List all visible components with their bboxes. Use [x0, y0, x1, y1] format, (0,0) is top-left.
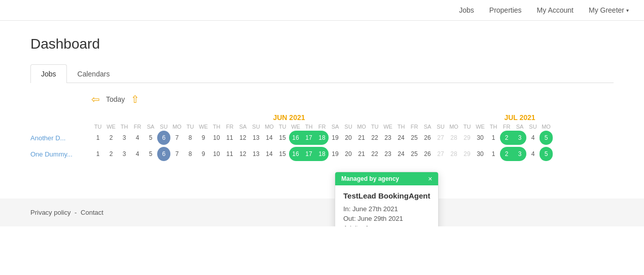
day-cell[interactable]: 6	[157, 147, 170, 161]
property-label[interactable]: One Dummy...	[30, 150, 91, 158]
day-cell[interactable]: 30	[474, 131, 487, 145]
day-cell[interactable]: 18	[315, 147, 329, 161]
day-cell[interactable]: 4	[526, 131, 540, 145]
day-cell[interactable]: 27	[434, 147, 447, 161]
day-cell[interactable]: 19	[329, 131, 342, 145]
popup-title: TestLead BookingAgent	[343, 191, 430, 200]
day-cell[interactable]: 5	[540, 131, 553, 145]
dow-header: SU	[526, 123, 540, 131]
day-cell[interactable]: 27	[434, 131, 447, 145]
day-cell[interactable]: 26	[421, 147, 434, 161]
day-cell[interactable]: 28	[447, 131, 460, 145]
tab-jobs[interactable]: Jobs	[30, 64, 67, 83]
day-cell[interactable]: 25	[408, 131, 421, 145]
day-cell[interactable]: 2	[104, 131, 118, 145]
dow-header: SA	[329, 123, 342, 131]
month-title-jul: JUL 2021	[487, 113, 553, 122]
day-cell[interactable]: 5	[144, 147, 157, 161]
day-cell[interactable]: 17	[302, 147, 315, 161]
dow-header: MO	[263, 123, 276, 131]
day-cell[interactable]: 15	[276, 131, 289, 145]
day-cell[interactable]: 16	[289, 147, 302, 161]
day-cell[interactable]: 11	[223, 147, 236, 161]
day-cell[interactable]: 19	[329, 147, 342, 161]
day-cell[interactable]: 4	[131, 147, 144, 161]
day-cell[interactable]: 2	[104, 147, 118, 161]
nav-my-greeter[interactable]: My Greeter ▾	[589, 6, 629, 14]
dow-header: TU	[368, 123, 381, 131]
day-cell[interactable]: 12	[236, 131, 249, 145]
day-cell[interactable]: 9	[197, 147, 210, 161]
day-cell[interactable]: 3	[118, 131, 131, 145]
popup-overlay: Managed by agency × TestLead BookingAgen…	[335, 172, 439, 226]
day-cell[interactable]: 7	[170, 147, 184, 161]
day-cell[interactable]: 26	[421, 131, 434, 145]
dow-header: TH	[395, 123, 408, 131]
day-cell[interactable]: 14	[263, 147, 276, 161]
day-cell[interactable]: 20	[342, 147, 355, 161]
day-cell[interactable]: 3	[513, 147, 526, 161]
footer-contact[interactable]: Contact	[81, 209, 103, 216]
day-cell[interactable]: 3	[118, 147, 131, 161]
day-cell[interactable]: 29	[460, 147, 474, 161]
day-cell[interactable]: 22	[368, 147, 381, 161]
day-cell[interactable]: 23	[381, 147, 395, 161]
day-cell[interactable]: 11	[223, 131, 236, 145]
day-cell[interactable]: 9	[197, 131, 210, 145]
day-cell[interactable]: 8	[184, 131, 197, 145]
day-cell[interactable]: 17	[302, 131, 315, 145]
day-cell[interactable]: 13	[249, 147, 263, 161]
day-cell[interactable]: 28	[447, 147, 460, 161]
prev-arrow[interactable]: ⇦	[91, 93, 100, 105]
day-cell[interactable]: 18	[315, 131, 329, 145]
nav-jobs[interactable]: Jobs	[459, 6, 474, 14]
next-arrow[interactable]: ⇧	[131, 93, 139, 105]
today-button[interactable]: Today	[106, 95, 125, 103]
day-cell[interactable]: 2	[500, 131, 513, 145]
day-cell[interactable]: 10	[210, 131, 223, 145]
day-cell[interactable]: 25	[408, 147, 421, 161]
nav-my-account[interactable]: My Account	[537, 6, 574, 14]
day-cell[interactable]: 20	[342, 131, 355, 145]
day-cell[interactable]: 2	[500, 147, 513, 161]
day-cell[interactable]: 12	[236, 147, 249, 161]
day-cell[interactable]: 21	[355, 147, 368, 161]
dow-header: MO	[355, 123, 368, 131]
day-cell[interactable]: 15	[276, 147, 289, 161]
day-cell[interactable]: 8	[184, 147, 197, 161]
property-label[interactable]: Another D...	[30, 134, 91, 142]
tab-calendars[interactable]: Calendars	[67, 64, 121, 83]
day-cell[interactable]: 1	[487, 131, 500, 145]
day-cell[interactable]: 24	[395, 131, 408, 145]
day-cell[interactable]: 22	[368, 131, 381, 145]
day-cell[interactable]: 7	[170, 131, 184, 145]
day-cell[interactable]: 4	[131, 131, 144, 145]
day-cell[interactable]: 29	[460, 131, 474, 145]
day-cell[interactable]: 6	[157, 131, 170, 145]
popup-close-button[interactable]: ×	[428, 175, 432, 182]
dow-header: WE	[289, 123, 302, 131]
day-cell[interactable]: 1	[91, 147, 104, 161]
footer-privacy[interactable]: Privacy policy	[30, 209, 70, 216]
day-cell[interactable]: 3	[513, 131, 526, 145]
dow-header: TU	[184, 123, 197, 131]
dow-header: TH	[118, 123, 131, 131]
day-cell[interactable]: 30	[474, 147, 487, 161]
day-cell[interactable]: 14	[263, 131, 276, 145]
day-cell[interactable]: 4	[526, 147, 540, 161]
day-cell[interactable]: 5	[144, 131, 157, 145]
day-cell[interactable]: 24	[395, 147, 408, 161]
day-cell[interactable]: 1	[487, 147, 500, 161]
day-cell[interactable]: 1	[91, 131, 104, 145]
day-cell[interactable]: 5	[540, 147, 553, 161]
nav-properties[interactable]: Properties	[489, 6, 522, 14]
calendar-grid: JUN 2021TUWETHFRSASUMOTUWETHFRSASUMOTUWE…	[30, 113, 614, 161]
day-cell[interactable]: 21	[355, 131, 368, 145]
dow-header: FR	[223, 123, 236, 131]
day-cell[interactable]: 13	[249, 131, 263, 145]
day-cell[interactable]: 23	[381, 131, 395, 145]
dow-header: FR	[500, 123, 513, 131]
dow-header: FR	[315, 123, 329, 131]
day-cell[interactable]: 16	[289, 131, 302, 145]
day-cell[interactable]: 10	[210, 147, 223, 161]
